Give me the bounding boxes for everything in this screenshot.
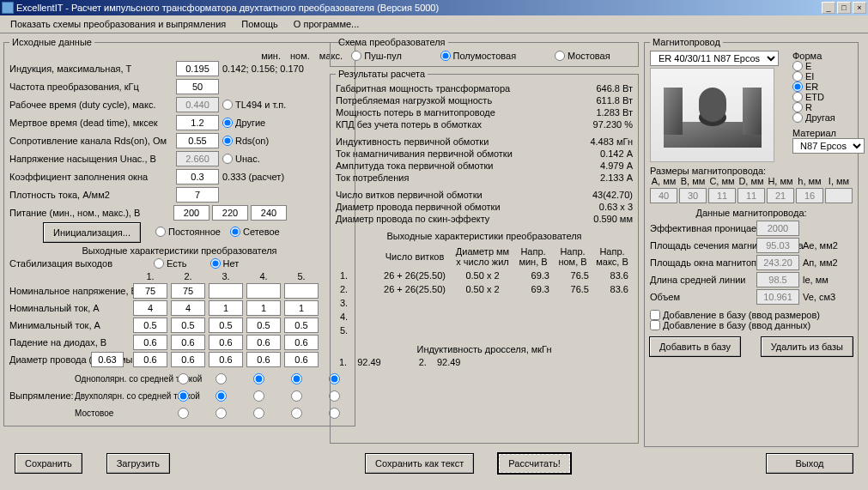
radio-stab-no[interactable]: Нет — [210, 258, 240, 269]
close-button[interactable]: × — [853, 2, 866, 14]
supply-nom[interactable] — [212, 205, 248, 221]
vnom-2[interactable] — [171, 283, 205, 299]
duty-input — [176, 97, 219, 112]
inom-1[interactable] — [133, 300, 167, 316]
maximize-button[interactable]: □ — [837, 2, 851, 14]
radio-fullbridge[interactable]: Мостовая — [555, 51, 610, 61]
vnom-4[interactable] — [246, 283, 281, 299]
rect-1-3[interactable] — [253, 373, 264, 384]
rect-2-3[interactable] — [253, 390, 264, 402]
vnom-5[interactable] — [284, 283, 319, 299]
chk-add-data[interactable]: Добавление в базу (ввод данных) — [650, 320, 846, 330]
output-row: 5. — [337, 324, 631, 336]
result-line: КПД без учета потерь в обмотках97.230 % — [336, 118, 633, 130]
vnom-3[interactable] — [209, 283, 243, 299]
vdiode-2[interactable] — [171, 335, 205, 350]
shape-r[interactable]: R — [792, 102, 846, 112]
inom-3[interactable] — [209, 300, 243, 316]
radio-drugie[interactable]: Другие — [222, 118, 323, 128]
supply-max[interactable] — [251, 205, 287, 221]
vdiode-3[interactable] — [209, 335, 243, 350]
jdens-input[interactable] — [176, 187, 219, 203]
imin-1[interactable] — [133, 318, 167, 333]
save-button[interactable]: Сохранить — [15, 454, 82, 473]
shape-etd[interactable]: ETD — [792, 92, 846, 102]
menu-schemes[interactable]: Показать схемы преобразования и выпрямле… — [7, 17, 229, 31]
induction-input[interactable] — [176, 61, 219, 76]
rect-2-2[interactable] — [215, 390, 227, 402]
menu-about[interactable]: О программе... — [290, 17, 362, 31]
save-text-button[interactable]: Сохранить как текст — [366, 454, 473, 473]
load-button[interactable]: Загрузить — [107, 454, 169, 473]
rect-1-2[interactable] — [215, 373, 227, 384]
init-button[interactable]: Инициализация... — [44, 223, 140, 242]
radio-pushpull[interactable]: Пуш-пул — [351, 51, 402, 61]
chk-add-size[interactable]: Добавление в базу (ввод размеров) — [650, 310, 846, 320]
vnom-1[interactable] — [133, 283, 167, 299]
dwire-4[interactable] — [246, 352, 281, 367]
vdiode-5[interactable] — [284, 335, 319, 350]
shape-e[interactable]: E — [792, 61, 846, 71]
imin-5[interactable] — [284, 318, 319, 333]
shape-ei[interactable]: EI — [792, 71, 846, 82]
vdiode-1[interactable] — [133, 335, 167, 350]
rds-input[interactable] — [176, 133, 219, 148]
imin-2[interactable] — [171, 318, 205, 333]
scheme-group: Схема преобразователя Пуш-пул Полумостов… — [330, 37, 639, 67]
rect-3-2[interactable] — [215, 408, 227, 419]
dwire-1[interactable] — [133, 352, 167, 367]
output-row: 1.26 + 26(25.50)0.50 x 269.376.583.6 — [337, 269, 631, 281]
radio-rdson[interactable]: Rds(on) — [222, 136, 323, 146]
add-db-button[interactable]: Добавить в базу — [650, 337, 740, 356]
dead-input[interactable] — [176, 115, 219, 130]
minimize-button[interactable]: _ — [822, 2, 835, 14]
core-group: Магнитопровод ER 40/30/11 N87 Epcos — [644, 37, 859, 447]
menubar: Показать схемы преобразования и выпрямле… — [0, 15, 868, 33]
inom-2[interactable] — [171, 300, 205, 316]
svg-rect-1 — [664, 88, 683, 135]
window-title: ExcellentIT - Расчет импульсного трансфо… — [16, 3, 439, 13]
menu-help[interactable]: Помощь — [238, 17, 282, 31]
radio-tl494[interactable]: TL494 и т.п. — [222, 100, 323, 110]
inom-4[interactable] — [246, 300, 281, 316]
rect-3-1[interactable] — [178, 408, 189, 419]
koef-input[interactable] — [176, 169, 219, 185]
rect-2-4[interactable] — [291, 390, 302, 402]
le-val — [756, 272, 799, 287]
radio-uhac[interactable]: Uнас. — [222, 154, 323, 164]
shape-other[interactable]: Другая — [792, 112, 846, 123]
imin-4[interactable] — [246, 318, 281, 333]
calc-button[interactable]: Рассчитать! — [499, 454, 569, 473]
dwire-5[interactable] — [284, 352, 319, 367]
dwire-3[interactable] — [209, 352, 243, 367]
core-select[interactable]: ER 40/30/11 N87 Epcos — [650, 51, 779, 66]
core-image — [650, 68, 774, 162]
ap-val — [756, 255, 799, 270]
freq-input[interactable] — [176, 79, 219, 94]
material-select[interactable]: N87 Epcos — [792, 138, 865, 154]
rect-1-1[interactable] — [178, 373, 189, 384]
result-line: Диаметр провода по скин-эффекту0.590 мм — [336, 213, 633, 225]
radio-stab-yes[interactable]: Есть — [154, 258, 186, 269]
supply-min[interactable] — [173, 205, 209, 221]
imin-3[interactable] — [209, 318, 243, 333]
radio-const[interactable]: Постоянное — [155, 227, 221, 237]
dim-a — [650, 188, 677, 203]
radio-halfbridge[interactable]: Полумостовая — [440, 51, 517, 61]
rect-1-4[interactable] — [291, 373, 302, 384]
rect-3-4[interactable] — [291, 408, 302, 419]
output-row: 4. — [337, 311, 631, 323]
dwire-main[interactable] — [91, 352, 124, 367]
del-db-button[interactable]: Удалить из базы — [762, 337, 853, 356]
result-line: Ток потребления2.133 А — [336, 172, 633, 184]
rect-3-3[interactable] — [253, 408, 264, 419]
vdiode-4[interactable] — [246, 335, 281, 350]
inom-5[interactable] — [284, 300, 319, 316]
dim-d — [737, 188, 765, 203]
exit-button[interactable]: Выход — [767, 454, 853, 473]
dim-i — [825, 188, 853, 203]
dwire-2[interactable] — [171, 352, 205, 367]
shape-er[interactable]: ER — [792, 82, 846, 92]
rect-2-1[interactable] — [178, 390, 189, 402]
radio-net[interactable]: Сетевое — [230, 227, 280, 237]
